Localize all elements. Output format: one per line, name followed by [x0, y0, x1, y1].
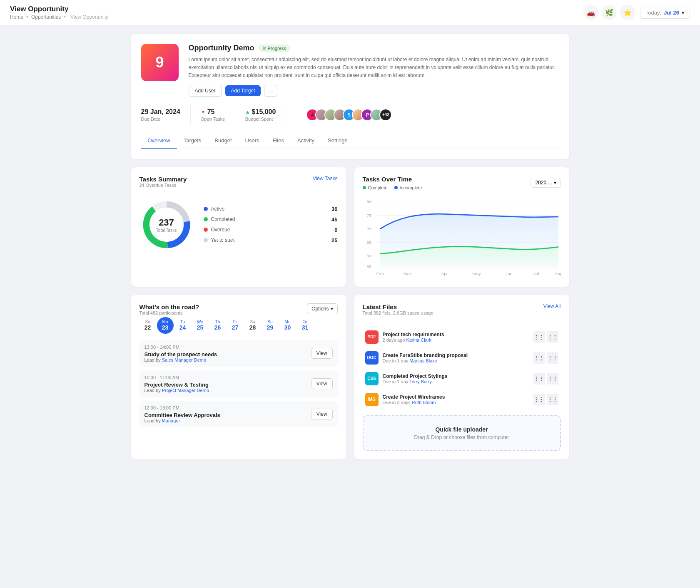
- file-action-btn-1[interactable]: ⋮⋮: [533, 331, 545, 343]
- chevron-down-icon: ▾: [554, 180, 556, 186]
- event-item: 12:00 - 13:00 PM Committee Review Approv…: [140, 401, 338, 427]
- file-icon: CSS: [365, 372, 379, 385]
- event-time: 10:00 - 11:00 AM: [144, 375, 209, 380]
- upload-title: Quick file uploader: [374, 426, 550, 433]
- more-options-button[interactable]: ...: [264, 85, 277, 97]
- file-action-btn-1[interactable]: ⋮⋮: [533, 352, 545, 364]
- svg-text:70: 70: [366, 226, 371, 231]
- tab-overview[interactable]: Overview: [141, 133, 177, 149]
- view-tasks-button[interactable]: View Tasks: [313, 176, 338, 181]
- year-selector-button[interactable]: 2020 ... ▾: [531, 178, 560, 188]
- calendar-nav: Su22Mo23Tu24We25Th26Fr27Sa28Su29Mo30Tu31: [140, 317, 338, 334]
- file-action-btn-1[interactable]: ⋮⋮: [533, 394, 545, 405]
- calendar-day-active[interactable]: Mo23: [157, 317, 174, 334]
- star-icon-btn[interactable]: ⭐: [620, 5, 635, 20]
- tab-budget[interactable]: Budget: [208, 133, 238, 149]
- calendar-day[interactable]: Su29: [262, 317, 279, 334]
- arrow-up-icon: ▲: [245, 109, 250, 115]
- total-tasks-label: Total Tasks: [156, 228, 177, 232]
- calendar-day[interactable]: Fr27: [227, 317, 244, 334]
- file-action-btn-2[interactable]: ⋮⋮: [547, 331, 558, 343]
- stat-due-date: 29 Jan, 2024 Due Date: [141, 105, 191, 125]
- calendar-day[interactable]: We25: [192, 317, 209, 334]
- tabs-bar: Overview Targets Budget Users Files Acti…: [141, 133, 559, 149]
- event-lead: Lead by Sales Manager Demo: [144, 357, 217, 362]
- file-action-btn-1[interactable]: ⋮⋮: [533, 373, 545, 385]
- calendar-day[interactable]: Tu31: [297, 317, 314, 334]
- calendar-day[interactable]: Sa28: [244, 317, 261, 334]
- svg-text:Feb: Feb: [376, 271, 384, 275]
- options-button[interactable]: Options ▾: [307, 303, 337, 314]
- lead-link[interactable]: Project Manager Demo: [162, 388, 209, 393]
- event-lead: Lead by Manager: [144, 418, 220, 423]
- header-right: 🚗 🌿 ⭐ Today: Jul 26 ▾: [583, 5, 690, 20]
- due-date-label: Due Date: [141, 117, 180, 122]
- open-tasks-value: ▼ 75: [201, 108, 225, 116]
- total-tasks-number: 237: [156, 217, 177, 228]
- file-icon: IMG: [365, 393, 379, 406]
- file-action-btn-2[interactable]: ⋮⋮: [547, 373, 558, 385]
- add-user-button[interactable]: Add User: [189, 85, 222, 97]
- file-person-link[interactable]: Roth Bloom: [412, 400, 436, 405]
- breadcrumb-opportunities[interactable]: Opportunities: [31, 14, 61, 20]
- chart-title: Tasks Over Time: [363, 176, 422, 183]
- upload-area[interactable]: Quick file uploader Drag & Drop or choos…: [363, 415, 561, 451]
- view-event-button[interactable]: View: [311, 348, 333, 359]
- avatar-more: +42: [379, 109, 392, 121]
- avatars-group: A S P: [306, 109, 392, 121]
- tab-users[interactable]: Users: [239, 133, 266, 149]
- bottom-widgets-row: What's on the road? Total 482 participan…: [131, 295, 569, 459]
- file-person-link[interactable]: Marcus Blake: [409, 358, 437, 363]
- tab-files[interactable]: Files: [266, 133, 290, 149]
- car-icon-btn[interactable]: 🚗: [583, 5, 598, 20]
- header-left: View Opportunity Home • Opportunities • …: [10, 5, 110, 20]
- file-meta: Due in 1 day Terry Barry: [383, 379, 529, 384]
- chart-header: Tasks Over Time Complete Incomplete 2020: [363, 176, 561, 190]
- lead-link[interactable]: Sales Manager Demo: [162, 357, 206, 362]
- complete-label: Complete: [368, 185, 388, 190]
- lead-link[interactable]: Manager: [162, 418, 180, 423]
- event-time: 12:00 - 13:00 PM: [144, 405, 220, 410]
- chevron-down-icon: ▾: [331, 306, 333, 312]
- breadcrumb: Home • Opportunities • View Opportunity: [10, 14, 110, 20]
- event-item: 10:00 - 11:00 AM Project Review & Testin…: [140, 371, 338, 397]
- file-action-btn-2[interactable]: ⋮⋮: [547, 352, 558, 364]
- calendar-day[interactable]: Su22: [140, 317, 156, 334]
- svg-text:Jul: Jul: [533, 271, 539, 275]
- event-time: 13:00 - 14:00 PM: [144, 345, 217, 350]
- view-event-button[interactable]: View: [311, 378, 333, 389]
- file-name: Create FureStibe branding proposal: [383, 352, 529, 358]
- leaf-icon-btn[interactable]: 🌿: [602, 5, 617, 20]
- event-list: 13:00 - 14:00 PM Study of the prospect n…: [140, 340, 338, 427]
- today-date-button[interactable]: Today: Jul 26 ▾: [640, 7, 690, 19]
- files-subtitle: Total 382 fiels, 2,6GB space usage: [363, 310, 433, 315]
- view-event-button[interactable]: View: [311, 409, 333, 419]
- file-person-link[interactable]: Terry Barry: [409, 379, 432, 384]
- donut-center: 237 Total Tasks: [156, 217, 177, 232]
- file-person-link[interactable]: Karina Clark: [406, 337, 431, 342]
- page-header: View Opportunity Home • Opportunities • …: [0, 0, 700, 25]
- breadcrumb-current: View Opportunity: [70, 14, 108, 20]
- svg-text:Aug: Aug: [554, 271, 560, 275]
- budget-value: ▲ $15,000: [245, 108, 276, 116]
- chart-area: 80 75 70 65 60 55: [363, 195, 561, 278]
- add-target-button[interactable]: Add Target: [225, 85, 261, 96]
- calendar-day[interactable]: Tu24: [174, 317, 191, 334]
- calendar-day[interactable]: Th26: [209, 317, 226, 334]
- view-all-files-button[interactable]: View All: [543, 303, 561, 309]
- legend-completed: Completed 45: [204, 216, 338, 223]
- svg-text:75: 75: [366, 213, 371, 217]
- opp-description: Lorem ipsum dolor sit amet, consectetur …: [189, 56, 559, 80]
- tab-activity[interactable]: Activity: [291, 133, 321, 149]
- opportunity-card: 9 Opportunity Demo In Progress Lorem ips…: [131, 34, 569, 159]
- tab-targets[interactable]: Targets: [177, 133, 208, 149]
- opp-header: 9 Opportunity Demo In Progress Lorem ips…: [141, 44, 559, 97]
- file-action-btn-2[interactable]: ⋮⋮: [547, 394, 558, 405]
- completed-label: Completed: [211, 216, 235, 222]
- calendar-day[interactable]: Mo30: [279, 317, 296, 334]
- avatars-section: A S P: [306, 109, 392, 121]
- file-meta: Due in 1 day Marcus Blake: [383, 358, 529, 363]
- tab-settings[interactable]: Settings: [321, 133, 354, 149]
- svg-text:Mar: Mar: [403, 271, 411, 275]
- breadcrumb-home[interactable]: Home: [10, 14, 23, 20]
